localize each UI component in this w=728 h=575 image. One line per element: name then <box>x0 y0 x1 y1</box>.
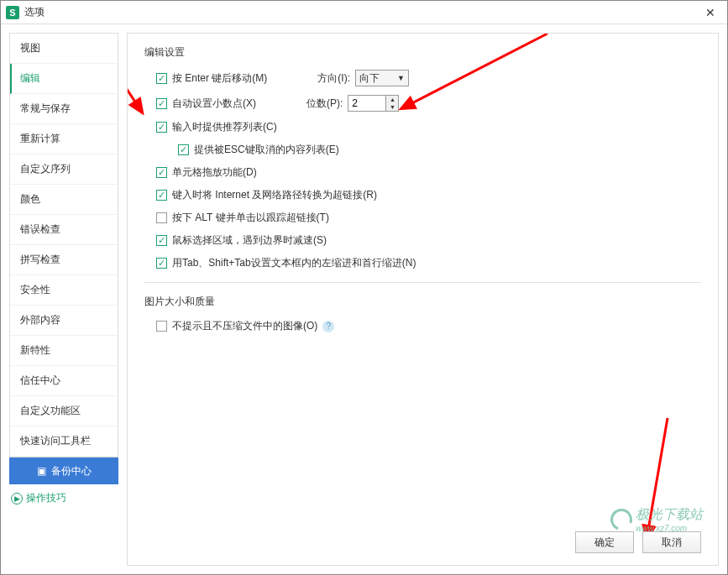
watermark-icon <box>607 505 636 535</box>
sidebar-item-3[interactable]: 重新计算 <box>10 124 118 154</box>
sidebar-item-1[interactable]: 编辑 <box>10 64 118 94</box>
checkbox-recommend-list[interactable] <box>156 122 167 133</box>
section-image-title: 图片大小和质量 <box>144 295 701 309</box>
label-auto-decimal[interactable]: 自动设置小数点(X) <box>172 97 256 111</box>
chevron-down-icon: ▼ <box>397 74 405 82</box>
checkbox-no-compress[interactable] <box>156 321 167 332</box>
checkbox-auto-decimal[interactable] <box>156 98 167 109</box>
spinner-digits[interactable]: ▲ ▼ <box>348 95 399 112</box>
watermark-brand: 极光下载站 <box>636 507 703 521</box>
sidebar-item-2[interactable]: 常规与保存 <box>10 94 118 124</box>
checkbox-drag-drop[interactable] <box>156 167 167 178</box>
help-icon[interactable]: ? <box>322 321 334 332</box>
label-hyperlink[interactable]: 键入时将 Internet 及网络路径转换为超链接(R) <box>172 188 377 202</box>
digits-input[interactable] <box>348 96 385 111</box>
sidebar-item-7[interactable]: 拼写检查 <box>10 245 118 275</box>
spinner-down-icon[interactable]: ▼ <box>386 103 398 111</box>
close-icon[interactable]: ✕ <box>699 1 722 24</box>
label-no-compress[interactable]: 不提示且不压缩文件中的图像(O) <box>172 319 317 333</box>
titlebar: S 选项 ✕ <box>1 1 727 24</box>
label-direction: 方向(I): <box>317 71 350 86</box>
checkbox-hyperlink[interactable] <box>156 190 167 201</box>
select-direction[interactable]: 向下 ▼ <box>355 70 409 86</box>
svg-line-1 <box>127 71 143 113</box>
sidebar-item-8[interactable]: 安全性 <box>10 275 118 306</box>
sidebar-item-10[interactable]: 新特性 <box>10 336 118 366</box>
backup-center-button[interactable]: ▣ 备份中心 <box>9 457 118 484</box>
label-drag-drop[interactable]: 单元格拖放功能(D) <box>172 165 257 180</box>
tips-label: 操作技巧 <box>26 491 66 505</box>
checkbox-alt-track[interactable] <box>156 212 167 223</box>
play-icon: ▶ <box>11 493 23 504</box>
sidebar-item-4[interactable]: 自定义序列 <box>10 154 118 185</box>
window-title: 选项 <box>24 5 699 19</box>
label-digits: 位数(P): <box>306 97 343 111</box>
cancel-button[interactable]: 取消 <box>642 531 701 553</box>
sidebar-item-5[interactable]: 颜色 <box>10 185 118 215</box>
section-edit-title: 编辑设置 <box>144 45 701 60</box>
watermark: 极光下载站 www.xz7.com <box>610 506 703 533</box>
sidebar: 视图编辑常规与保存重新计算自定义序列颜色错误检查拼写检查安全性外部内容新特性信任… <box>9 33 118 457</box>
divider <box>144 282 701 283</box>
svg-line-5 <box>647 418 668 540</box>
sidebar-item-11[interactable]: 信任中心 <box>10 366 118 396</box>
label-alt-track[interactable]: 按下 ALT 键并单击以跟踪超链接(T) <box>172 211 329 225</box>
sidebar-item-9[interactable]: 外部内容 <box>10 306 118 336</box>
backup-label: 备份中心 <box>51 464 92 478</box>
checkbox-esc-list[interactable] <box>178 144 189 155</box>
sidebar-item-0[interactable]: 视图 <box>10 34 118 64</box>
label-tab-indent[interactable]: 用Tab、Shift+Tab设置文本框内的左缩进和首行缩进(N) <box>172 256 416 270</box>
backup-icon: ▣ <box>37 465 46 477</box>
app-icon: S <box>6 6 19 19</box>
label-recommend-list[interactable]: 输入时提供推荐列表(C) <box>172 120 277 134</box>
checkbox-enter-move[interactable] <box>156 73 167 84</box>
annotation-arrow <box>634 414 684 548</box>
sidebar-item-6[interactable]: 错误检查 <box>10 215 118 245</box>
ok-button[interactable]: 确定 <box>575 531 634 553</box>
label-enter-move[interactable]: 按 Enter 键后移动(M) <box>172 71 267 86</box>
spinner-up-icon[interactable]: ▲ <box>386 96 398 103</box>
select-direction-value: 向下 <box>359 71 380 86</box>
label-esc-list[interactable]: 提供被ESC键取消的内容列表(E) <box>194 143 339 157</box>
checkbox-mouse-slow[interactable] <box>156 235 167 246</box>
checkbox-tab-indent[interactable] <box>156 258 167 269</box>
sidebar-item-13[interactable]: 快速访问工具栏 <box>10 426 118 457</box>
tips-link[interactable]: ▶ 操作技巧 <box>9 484 118 512</box>
sidebar-item-12[interactable]: 自定义功能区 <box>10 396 118 426</box>
content-panel: 编辑设置 按 Enter 键后移动(M) 方向(I): 向下 ▼ 自动设置小数点… <box>127 33 719 566</box>
label-mouse-slow[interactable]: 鼠标选择区域，遇到边界时减速(S) <box>172 233 327 248</box>
